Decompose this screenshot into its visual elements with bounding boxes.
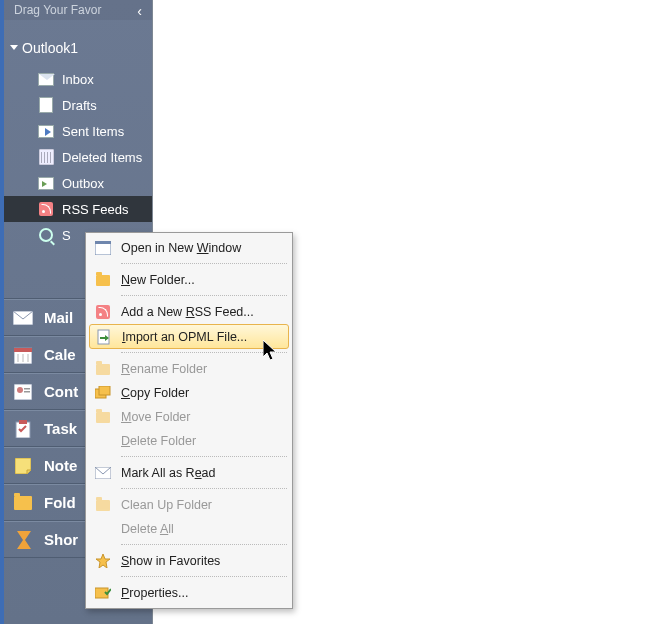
context-menu: Open in New Window New Folder... Add a N…: [85, 232, 293, 609]
rename-folder-icon: [89, 357, 117, 381]
move-folder-icon: [89, 405, 117, 429]
copy-folder-icon: [89, 381, 117, 405]
delete-all-icon: [89, 517, 117, 541]
drafts-icon: [38, 97, 54, 113]
nav-label: Fold: [44, 494, 76, 511]
menu-label: Rename Folder: [117, 362, 289, 376]
menu-clean-up-folder: Clean Up Folder: [89, 493, 289, 517]
nav-label: Cale: [44, 346, 76, 363]
nav-label: Mail: [44, 309, 73, 326]
clean-up-icon: [89, 493, 117, 517]
mark-read-icon: [89, 461, 117, 485]
folder-drafts[interactable]: Drafts: [4, 92, 152, 118]
menu-label: Properties...: [117, 586, 289, 600]
menu-label: Add a New RSS Feed...: [117, 305, 289, 319]
collapse-chevron-icon[interactable]: ‹: [137, 1, 142, 21]
favorites-header[interactable]: Drag Your Favor ‹: [4, 0, 152, 20]
svg-rect-16: [99, 386, 110, 395]
delete-folder-icon: [89, 429, 117, 453]
menu-add-rss[interactable]: Add a New RSS Feed...: [89, 300, 289, 324]
menu-label: Move Folder: [117, 410, 289, 424]
menu-label: Delete All: [117, 522, 289, 536]
svg-rect-9: [24, 391, 30, 393]
folder-label: RSS Feeds: [62, 202, 128, 217]
menu-label: Delete Folder: [117, 434, 289, 448]
menu-delete-all: Delete All: [89, 517, 289, 541]
mail-icon: [12, 307, 34, 329]
folder-label: Inbox: [62, 72, 94, 87]
menu-label: Clean Up Folder: [117, 498, 289, 512]
menu-label: New Folder...: [117, 273, 289, 287]
menu-label: Show in Favorites: [117, 554, 289, 568]
shortcuts-icon: [12, 529, 34, 551]
rss-icon: [38, 201, 54, 217]
nav-label: Cont: [44, 383, 78, 400]
menu-properties[interactable]: Properties...: [89, 581, 289, 605]
menu-label: Open in New Window: [117, 241, 289, 255]
contacts-icon: [12, 381, 34, 403]
folder-outbox[interactable]: Outbox: [4, 170, 152, 196]
nav-label: Task: [44, 420, 77, 437]
calendar-icon: [12, 344, 34, 366]
nav-label: Note: [44, 457, 77, 474]
tasks-icon: [12, 418, 34, 440]
favorites-header-text: Drag Your Favor: [14, 3, 101, 17]
new-folder-icon: [89, 268, 117, 292]
menu-label: Copy Folder: [117, 386, 289, 400]
menu-new-folder[interactable]: New Folder...: [89, 268, 289, 292]
folder-sent[interactable]: Sent Items: [4, 118, 152, 144]
menu-move-folder: Move Folder: [89, 405, 289, 429]
folder-list-icon: [12, 492, 34, 514]
sent-icon: [38, 123, 54, 139]
trash-icon: [38, 149, 54, 165]
svg-rect-8: [24, 388, 30, 390]
rss-icon: [89, 300, 117, 324]
menu-rename-folder: Rename Folder: [89, 357, 289, 381]
menu-label: Import an OPML File...: [118, 330, 288, 344]
menu-mark-all-read[interactable]: Mark All as Read: [89, 461, 289, 485]
outbox-icon: [38, 175, 54, 191]
import-opml-icon: [90, 325, 118, 349]
notes-icon: [12, 455, 34, 477]
window-icon: [89, 236, 117, 260]
svg-point-7: [17, 387, 23, 393]
folder-rss-feeds[interactable]: RSS Feeds: [4, 196, 152, 222]
folder-deleted[interactable]: Deleted Items: [4, 144, 152, 170]
svg-marker-18: [96, 554, 110, 568]
folder-label: Sent Items: [62, 124, 124, 139]
favorites-icon: [89, 549, 117, 573]
menu-import-opml[interactable]: Import an OPML File...: [89, 324, 289, 349]
svg-rect-13: [95, 241, 111, 244]
account-name: Outlook1: [22, 40, 78, 56]
folder-label: Deleted Items: [62, 150, 142, 165]
folder-label: Outbox: [62, 176, 104, 191]
folder-inbox[interactable]: Inbox: [4, 66, 152, 92]
inbox-icon: [38, 71, 54, 87]
menu-copy-folder[interactable]: Copy Folder: [89, 381, 289, 405]
search-folder-icon: [38, 227, 54, 243]
properties-icon: [89, 581, 117, 605]
svg-rect-2: [14, 348, 32, 352]
svg-rect-11: [19, 420, 27, 424]
menu-delete-folder: Delete Folder: [89, 429, 289, 453]
menu-open-new-window[interactable]: Open in New Window: [89, 236, 289, 260]
folder-label: S: [62, 228, 71, 243]
folder-label: Drafts: [62, 98, 97, 113]
menu-label: Mark All as Read: [117, 466, 289, 480]
account-node[interactable]: Outlook1: [4, 38, 152, 66]
nav-label: Shor: [44, 531, 78, 548]
menu-show-in-favorites[interactable]: Show in Favorites: [89, 549, 289, 573]
